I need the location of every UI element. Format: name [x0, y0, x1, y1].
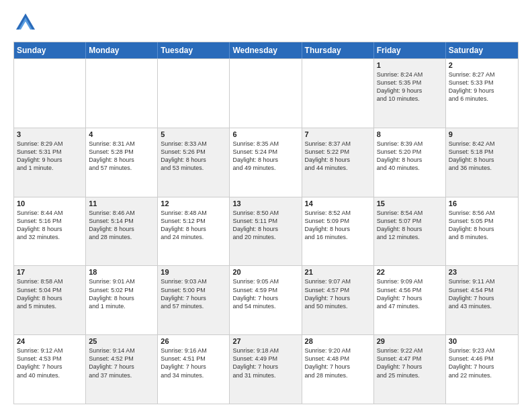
calendar-row-1: 3Sunrise: 8:29 AM Sunset: 5:31 PM Daylig… [14, 128, 518, 197]
cal-cell-2-1: 11Sunrise: 8:46 AM Sunset: 5:14 PM Dayli… [86, 197, 158, 266]
day-number: 4 [89, 130, 154, 138]
cal-cell-1-2: 5Sunrise: 8:33 AM Sunset: 5:26 PM Daylig… [158, 128, 230, 197]
day-info: Sunrise: 8:58 AM Sunset: 5:04 PM Dayligh… [17, 277, 83, 310]
day-number: 24 [17, 337, 83, 345]
calendar-row-0: 1Sunrise: 8:24 AM Sunset: 5:35 PM Daylig… [14, 58, 518, 128]
day-info: Sunrise: 9:23 AM Sunset: 4:46 PM Dayligh… [449, 347, 515, 379]
day-info: Sunrise: 8:35 AM Sunset: 5:24 PM Dayligh… [232, 140, 298, 173]
cal-cell-0-5: 1Sunrise: 8:24 AM Sunset: 5:35 PM Daylig… [374, 59, 446, 128]
day-info: Sunrise: 8:42 AM Sunset: 5:18 PM Dayligh… [449, 140, 515, 173]
day-info: Sunrise: 9:16 AM Sunset: 4:51 PM Dayligh… [161, 347, 226, 379]
day-info: Sunrise: 9:07 AM Sunset: 4:57 PM Dayligh… [305, 277, 371, 310]
day-number: 30 [449, 337, 515, 345]
cal-cell-3-1: 18Sunrise: 9:01 AM Sunset: 5:02 PM Dayli… [86, 266, 158, 334]
cal-cell-0-0 [14, 59, 86, 128]
day-number: 19 [161, 268, 226, 276]
weekday-header-sunday: Sunday [14, 42, 86, 58]
day-number: 13 [232, 199, 298, 208]
cal-cell-4-5: 29Sunrise: 9:22 AM Sunset: 4:47 PM Dayli… [374, 335, 446, 404]
weekday-header-thursday: Thursday [302, 42, 374, 58]
day-number: 2 [449, 61, 515, 69]
cal-cell-2-5: 15Sunrise: 8:54 AM Sunset: 5:07 PM Dayli… [374, 197, 446, 266]
cal-cell-3-0: 17Sunrise: 8:58 AM Sunset: 5:04 PM Dayli… [14, 266, 86, 334]
calendar: SundayMondayTuesdayWednesdayThursdayFrid… [13, 42, 519, 404]
cal-cell-2-4: 14Sunrise: 8:52 AM Sunset: 5:09 PM Dayli… [302, 197, 374, 266]
day-info: Sunrise: 9:05 AM Sunset: 4:59 PM Dayligh… [232, 277, 298, 310]
logo [13, 11, 42, 35]
day-number: 7 [305, 130, 371, 138]
day-info: Sunrise: 9:22 AM Sunset: 4:47 PM Dayligh… [377, 347, 443, 379]
cal-cell-3-6: 23Sunrise: 9:11 AM Sunset: 4:54 PM Dayli… [446, 266, 518, 334]
cal-cell-1-4: 7Sunrise: 8:37 AM Sunset: 5:22 PM Daylig… [302, 128, 374, 197]
cal-cell-3-3: 20Sunrise: 9:05 AM Sunset: 4:59 PM Dayli… [230, 266, 302, 334]
day-number: 11 [89, 199, 154, 208]
cal-cell-0-2 [158, 59, 230, 128]
cal-cell-0-3 [230, 59, 302, 128]
day-info: Sunrise: 9:11 AM Sunset: 4:54 PM Dayligh… [449, 277, 515, 310]
cal-cell-4-4: 28Sunrise: 9:20 AM Sunset: 4:48 PM Dayli… [302, 335, 374, 404]
day-info: Sunrise: 9:03 AM Sunset: 5:00 PM Dayligh… [161, 277, 226, 310]
cal-cell-3-5: 22Sunrise: 9:09 AM Sunset: 4:56 PM Dayli… [374, 266, 446, 334]
weekday-header-wednesday: Wednesday [230, 42, 302, 58]
day-number: 20 [232, 268, 298, 276]
cal-cell-1-3: 6Sunrise: 8:35 AM Sunset: 5:24 PM Daylig… [230, 128, 302, 197]
day-number: 25 [89, 337, 154, 345]
day-number: 26 [161, 337, 226, 345]
day-info: Sunrise: 8:33 AM Sunset: 5:26 PM Dayligh… [161, 140, 226, 173]
calendar-body: 1Sunrise: 8:24 AM Sunset: 5:35 PM Daylig… [14, 58, 518, 404]
cal-cell-0-1 [86, 59, 158, 128]
day-info: Sunrise: 9:09 AM Sunset: 4:56 PM Dayligh… [377, 277, 443, 310]
cal-cell-0-6: 2Sunrise: 8:27 AM Sunset: 5:33 PM Daylig… [446, 59, 518, 128]
weekday-header-monday: Monday [86, 42, 158, 58]
day-info: Sunrise: 8:31 AM Sunset: 5:28 PM Dayligh… [89, 140, 154, 173]
cal-cell-1-1: 4Sunrise: 8:31 AM Sunset: 5:28 PM Daylig… [86, 128, 158, 197]
day-number: 18 [89, 268, 154, 276]
day-info: Sunrise: 9:01 AM Sunset: 5:02 PM Dayligh… [89, 277, 154, 310]
day-number: 17 [17, 268, 83, 276]
day-info: Sunrise: 8:52 AM Sunset: 5:09 PM Dayligh… [305, 209, 371, 242]
day-number: 16 [449, 199, 515, 208]
day-number: 9 [449, 130, 515, 138]
day-number: 15 [377, 199, 443, 208]
day-info: Sunrise: 8:54 AM Sunset: 5:07 PM Dayligh… [377, 209, 443, 242]
day-number: 27 [232, 337, 298, 345]
day-number: 10 [17, 199, 83, 208]
day-info: Sunrise: 8:56 AM Sunset: 5:05 PM Dayligh… [449, 209, 515, 242]
cal-cell-1-0: 3Sunrise: 8:29 AM Sunset: 5:31 PM Daylig… [14, 128, 86, 197]
cal-cell-3-2: 19Sunrise: 9:03 AM Sunset: 5:00 PM Dayli… [158, 266, 230, 334]
day-number: 28 [305, 337, 371, 345]
day-number: 14 [305, 199, 371, 208]
cal-cell-4-6: 30Sunrise: 9:23 AM Sunset: 4:46 PM Dayli… [446, 335, 518, 404]
weekday-header-saturday: Saturday [446, 42, 518, 58]
calendar-row-3: 17Sunrise: 8:58 AM Sunset: 5:04 PM Dayli… [14, 265, 518, 334]
day-info: Sunrise: 8:37 AM Sunset: 5:22 PM Dayligh… [305, 140, 371, 173]
calendar-row-4: 24Sunrise: 9:12 AM Sunset: 4:53 PM Dayli… [14, 334, 518, 404]
cal-cell-1-5: 8Sunrise: 8:39 AM Sunset: 5:20 PM Daylig… [374, 128, 446, 197]
cal-cell-2-0: 10Sunrise: 8:44 AM Sunset: 5:16 PM Dayli… [14, 197, 86, 266]
day-info: Sunrise: 9:18 AM Sunset: 4:49 PM Dayligh… [232, 347, 298, 379]
cal-cell-4-1: 25Sunrise: 9:14 AM Sunset: 4:52 PM Dayli… [86, 335, 158, 404]
day-info: Sunrise: 9:20 AM Sunset: 4:48 PM Dayligh… [305, 347, 371, 379]
cal-cell-4-3: 27Sunrise: 9:18 AM Sunset: 4:49 PM Dayli… [230, 335, 302, 404]
cal-cell-2-6: 16Sunrise: 8:56 AM Sunset: 5:05 PM Dayli… [446, 197, 518, 266]
day-info: Sunrise: 8:48 AM Sunset: 5:12 PM Dayligh… [161, 209, 226, 242]
day-number: 12 [161, 199, 226, 208]
day-number: 5 [161, 130, 226, 138]
day-info: Sunrise: 9:12 AM Sunset: 4:53 PM Dayligh… [17, 347, 83, 379]
day-number: 6 [232, 130, 298, 138]
calendar-header: SundayMondayTuesdayWednesdayThursdayFrid… [14, 42, 518, 58]
day-info: Sunrise: 8:27 AM Sunset: 5:33 PM Dayligh… [449, 71, 515, 103]
weekday-header-friday: Friday [374, 42, 446, 58]
day-number: 8 [377, 130, 443, 138]
header [13, 11, 519, 35]
day-number: 29 [377, 337, 443, 345]
cal-cell-1-6: 9Sunrise: 8:42 AM Sunset: 5:18 PM Daylig… [446, 128, 518, 197]
cal-cell-3-4: 21Sunrise: 9:07 AM Sunset: 4:57 PM Dayli… [302, 266, 374, 334]
day-number: 22 [377, 268, 443, 276]
logo-icon [13, 11, 38, 35]
page: SundayMondayTuesdayWednesdayThursdayFrid… [0, 0, 532, 411]
cal-cell-4-2: 26Sunrise: 9:16 AM Sunset: 4:51 PM Dayli… [158, 335, 230, 404]
day-number: 23 [449, 268, 515, 276]
day-info: Sunrise: 8:46 AM Sunset: 5:14 PM Dayligh… [89, 209, 154, 242]
cal-cell-2-3: 13Sunrise: 8:50 AM Sunset: 5:11 PM Dayli… [230, 197, 302, 266]
